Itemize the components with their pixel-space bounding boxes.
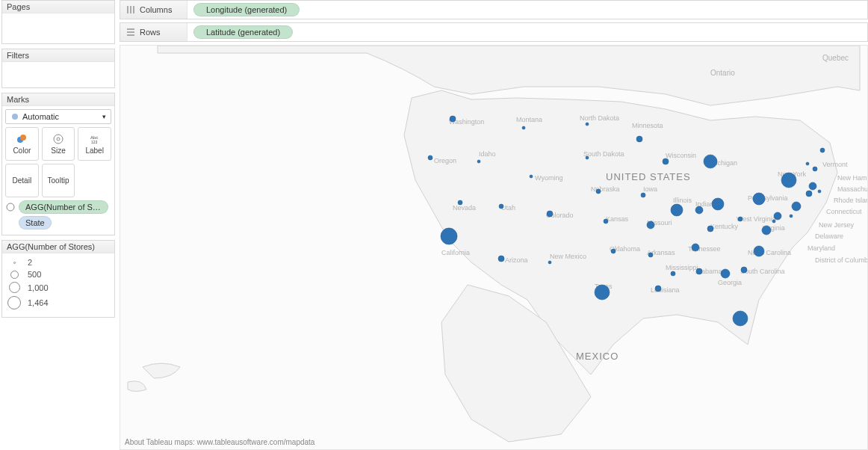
map-dot[interactable] xyxy=(772,220,775,223)
map-dot[interactable] xyxy=(790,215,793,218)
map-dot[interactable] xyxy=(530,175,533,178)
hawaii-1 xyxy=(143,363,180,378)
legend-bubble xyxy=(13,262,16,264)
map-dot[interactable] xyxy=(498,256,504,262)
map-state-label: Kansas xyxy=(606,215,629,223)
map-dot[interactable] xyxy=(671,271,675,276)
map-dot[interactable] xyxy=(636,136,642,142)
map-dot[interactable] xyxy=(428,155,433,160)
map-dot[interactable] xyxy=(441,228,457,244)
map-dot[interactable] xyxy=(818,190,821,193)
map-dot[interactable] xyxy=(663,158,669,164)
map-dot[interactable] xyxy=(704,155,717,168)
map-dot[interactable] xyxy=(809,182,816,190)
columns-shelf[interactable]: Columns Longitude (generated) xyxy=(120,0,868,19)
map-dot[interactable] xyxy=(741,267,747,273)
label-icon: Abc123 xyxy=(89,133,101,145)
map-dot[interactable] xyxy=(671,204,683,216)
map-dot[interactable] xyxy=(692,244,699,251)
legend-row: 1,464 xyxy=(7,296,110,309)
map-dot[interactable] xyxy=(596,189,601,194)
hawaii-2 xyxy=(128,381,146,392)
circle-icon xyxy=(10,112,19,121)
map-dot[interactable] xyxy=(792,202,801,211)
marks-color-button[interactable]: Color xyxy=(5,127,39,161)
map-state-label: Mississippi xyxy=(666,264,698,271)
filters-drop-zone[interactable] xyxy=(2,62,114,87)
map-dot[interactable] xyxy=(707,226,713,232)
legend-row: 2 xyxy=(7,258,110,267)
rows-shelf[interactable]: Rows Latitude (generated) xyxy=(120,22,868,42)
marks-pill-row-state[interactable]: State xyxy=(5,216,111,229)
map-dot[interactable] xyxy=(477,160,480,163)
map-svg: UNITED STATES MEXICO Ontario Quebec Wash… xyxy=(120,46,867,449)
map-dot[interactable] xyxy=(813,167,817,171)
legend-value: 1,000 xyxy=(28,283,49,292)
map-dot[interactable] xyxy=(738,217,743,221)
map-dot[interactable] xyxy=(611,249,616,253)
map-dot[interactable] xyxy=(781,173,796,188)
rows-label: Rows xyxy=(140,28,161,37)
pages-header: Pages xyxy=(2,1,114,13)
map-dot[interactable] xyxy=(595,285,610,300)
svg-rect-11 xyxy=(127,28,134,30)
filters-card: Filters xyxy=(1,49,115,88)
map-dot[interactable] xyxy=(548,261,551,264)
legend-bubble xyxy=(9,282,20,293)
map-dot[interactable] xyxy=(655,286,661,292)
map-dot[interactable] xyxy=(696,268,702,274)
map-state-label: Kentucky xyxy=(710,223,739,230)
map-dot[interactable] xyxy=(547,211,553,217)
map-dot[interactable] xyxy=(458,200,462,205)
map-dot[interactable] xyxy=(695,206,703,214)
map-dot[interactable] xyxy=(586,156,589,159)
map-dot[interactable] xyxy=(648,253,653,257)
map-state-label: Rhode Island xyxy=(834,197,867,204)
map-viz[interactable]: UNITED STATES MEXICO Ontario Quebec Wash… xyxy=(120,45,868,450)
pages-drop-zone[interactable] xyxy=(2,13,114,43)
map-dot[interactable] xyxy=(721,269,730,278)
marks-pill-row-agg[interactable]: AGG(Number of Sto.. xyxy=(5,200,111,214)
marks-detail-button[interactable]: Detail xyxy=(5,164,39,197)
map-state-label: North Dakota xyxy=(580,114,619,122)
columns-label: Columns xyxy=(140,5,172,14)
marks-tooltip-button[interactable]: Tooltip xyxy=(42,164,75,197)
map-dot[interactable] xyxy=(806,162,809,165)
map-state-label: Montana xyxy=(516,116,542,123)
svg-point-0 xyxy=(12,114,18,120)
map-dot[interactable] xyxy=(762,226,771,235)
marks-type-select[interactable]: Automatic ▾ xyxy=(5,109,111,124)
label-mexico: MEXICO xyxy=(576,351,619,362)
map-dot[interactable] xyxy=(712,198,724,210)
map-dot[interactable] xyxy=(753,193,765,205)
pill-state[interactable]: State xyxy=(19,216,52,229)
label-ontario: Ontario xyxy=(710,69,735,77)
map-dot[interactable] xyxy=(774,212,781,220)
map-dot[interactable] xyxy=(499,204,503,209)
map-dot[interactable] xyxy=(806,191,812,197)
color-icon xyxy=(16,133,28,145)
rows-pill[interactable]: Latitude (generated) xyxy=(193,25,293,39)
map-dot[interactable] xyxy=(647,221,654,229)
map-state-label: Connecticut xyxy=(826,208,862,215)
columns-pill[interactable]: Longitude (generated) xyxy=(193,3,300,16)
marks-size-button[interactable]: Size xyxy=(42,127,75,161)
map-dot[interactable] xyxy=(522,126,525,129)
map-dot[interactable] xyxy=(450,116,456,122)
map-dot[interactable] xyxy=(754,246,764,256)
map-state-label: New Hampshire xyxy=(837,174,867,182)
legend-bubble xyxy=(7,296,21,309)
map-state-label: Georgia xyxy=(718,279,742,286)
map-dot[interactable] xyxy=(641,193,645,197)
map-state-label: Arizona xyxy=(505,256,528,264)
marks-label-button[interactable]: Abc123 Label xyxy=(78,127,111,161)
map-dot[interactable] xyxy=(820,148,825,152)
map-state-label: Illinois xyxy=(673,197,692,204)
legend-row: 1,000 xyxy=(7,282,110,293)
pill-agg[interactable]: AGG(Number of Sto.. xyxy=(19,200,108,214)
map-dot[interactable] xyxy=(586,123,589,126)
map-dot[interactable] xyxy=(604,219,608,224)
map-state-label: Wyoming xyxy=(535,174,562,182)
map-state-label: Wisconsin xyxy=(666,152,696,159)
map-dot[interactable] xyxy=(733,311,748,326)
